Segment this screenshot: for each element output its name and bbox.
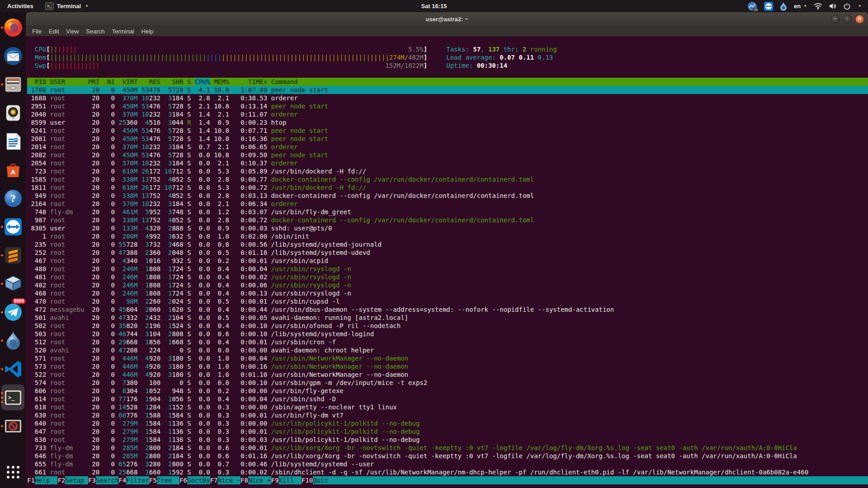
process-row[interactable]: 467 root 20 0 4340 1016 932 S 0.0 0.2 0:… <box>27 257 868 265</box>
process-row[interactable]: 235 root 20 0 55728 3732 3468 S 0.0 0.8 … <box>27 240 868 249</box>
process-row[interactable]: 571 root 20 0 446M 4920 3180 S 0.0 1.0 0… <box>27 354 868 362</box>
fkey-label-setup[interactable]: Setup <box>65 476 88 484</box>
process-row[interactable]: 2951 root 20 0 450M 53476 5728 S 2.1 10.… <box>27 102 868 110</box>
process-row[interactable]: 501 avahi 20 0 47332 2432 2104 S 0.0 0.5… <box>27 314 868 322</box>
fkey-label-tree[interactable]: Tree <box>157 476 180 484</box>
menu-item-help[interactable]: Help <box>138 28 157 35</box>
column-header-time[interactable]: TIME+ <box>233 78 267 85</box>
fkey-f2[interactable]: F2 <box>57 476 65 484</box>
process-row[interactable]: 573 root 20 0 446M 4920 3180 S 0.0 1.0 0… <box>27 362 868 371</box>
dock-item-vscode[interactable] <box>0 355 26 383</box>
power-icon[interactable] <box>844 3 850 9</box>
fkey-f6[interactable]: F6 <box>179 476 187 484</box>
process-row[interactable]: 646 fly-dm 20 0 285M 2800 2184 S 0.0 0.6… <box>27 452 868 460</box>
activities-button[interactable]: Activities <box>0 0 41 12</box>
load-monitor-icon[interactable]: .03 <box>747 1 757 11</box>
chevron-down-icon[interactable]: ▼ <box>858 4 862 8</box>
process-row[interactable]: 1688 root 20 0 370M 10232 3184 S 2.8 2.1… <box>27 94 868 102</box>
process-table-header[interactable]: PID USER PRI NI VIRT RES SHR S CPU% MEM%… <box>27 78 868 86</box>
column-header-shr[interactable]: SHR <box>165 78 184 85</box>
wifi-icon[interactable] <box>814 3 822 9</box>
menu-item-search[interactable]: Search <box>82 28 108 35</box>
teamviewer-icon[interactable] <box>764 2 773 11</box>
process-row[interactable]: 574 root 20 0 7380 100 0 S 0.0 0.0 0:00.… <box>27 379 868 387</box>
column-header-mem[interactable]: MEM% <box>214 78 229 85</box>
fkey-f10[interactable]: F10 <box>302 476 313 484</box>
column-header-res[interactable]: RES <box>142 78 160 85</box>
menu-item-edit[interactable]: Edit <box>45 28 62 35</box>
fkey-f9[interactable]: F9 <box>271 476 279 484</box>
dock-item-screen-blocker[interactable] <box>0 412 26 440</box>
dock-item-thunderbird[interactable] <box>0 42 26 70</box>
deluge-icon[interactable] <box>780 2 787 11</box>
dock-item-telegram[interactable]: 9999 <box>0 298 26 326</box>
dock-item-deluge[interactable] <box>0 326 26 355</box>
column-header-ni[interactable]: NI <box>104 78 115 85</box>
dock-item-sublime-text[interactable] <box>0 241 26 269</box>
process-row[interactable]: 640 root 20 0 279M 1584 1136 S 0.0 0.3 0… <box>27 419 868 427</box>
process-row[interactable]: 638 root 20 0 279M 1584 1136 S 0.0 0.3 0… <box>27 436 868 444</box>
process-row[interactable]: 6241 root 20 0 450M 53476 5728 S 1.4 10.… <box>27 127 868 135</box>
dock-item-libreoffice-writer[interactable] <box>0 127 26 155</box>
column-header-user[interactable]: USER <box>50 78 85 85</box>
fkey-label-nice[interactable]: Nice + <box>248 476 271 484</box>
dock-item-teamviewer[interactable] <box>0 212 26 241</box>
fkey-f8[interactable]: F8 <box>241 476 248 484</box>
fkey-f4[interactable]: F4 <box>118 476 126 484</box>
fkey-label-help[interactable]: Help <box>35 476 58 484</box>
process-row[interactable]: 748 fly-dm 20 0 461M 5952 3748 S 0.0 1.2… <box>27 208 868 216</box>
process-row[interactable]: 1700 root 20 0 450M 53476 5728 S 4.1 10.… <box>27 86 868 94</box>
fkey-f7[interactable]: F7 <box>210 476 218 484</box>
keyboard-layout-indicator[interactable]: en ▼ <box>794 3 807 9</box>
process-row[interactable]: 8305 user 20 0 133M 4320 2888 S 0.0 0.9 … <box>27 224 868 232</box>
dock-item-file-cabinet[interactable] <box>0 70 26 99</box>
fkey-label-nice[interactable]: Nice - <box>217 476 241 484</box>
htop-terminal-output[interactable]: CPU[||||||| 5.5%] Tasks: 57, 137 thr; 2 … <box>26 36 868 488</box>
process-row[interactable]: 733 fly-dm 20 0 285M 2800 2184 S 0.0 0.6… <box>27 444 868 452</box>
column-header-virt[interactable]: VIRT <box>118 78 137 85</box>
maximize-button[interactable]: ▫ <box>843 15 852 23</box>
fkey-label-sortby[interactable]: SortBy <box>187 476 210 484</box>
process-row[interactable]: 606 root 20 0 8304 1052 948 S 0.0 0.2 0:… <box>27 387 868 395</box>
dock-item-terminal[interactable]: >_ <box>0 383 26 412</box>
process-row[interactable]: 2014 root 20 0 370M 10232 3184 S 0.7 2.1… <box>27 143 868 151</box>
process-row[interactable]: 482 root 20 0 246M 1808 1724 S 0.0 0.4 0… <box>27 281 868 289</box>
menu-item-file[interactable]: File <box>28 28 45 35</box>
process-row[interactable]: 2082 root 20 0 450M 53476 5728 S 0.0 10.… <box>27 151 868 159</box>
dock-item-virtualbox[interactable] <box>0 269 26 298</box>
process-row[interactable]: 614 root 20 0 77176 1904 1056 S 0.0 0.4 … <box>27 395 868 403</box>
menu-item-view[interactable]: View <box>62 28 82 35</box>
process-row[interactable]: 661 root 20 0 25668 1660 1592 S 0.0 0.3 … <box>27 468 868 476</box>
dock-item-speaker-media[interactable] <box>0 99 26 127</box>
process-row[interactable]: 949 root 20 0 338M 13752 4052 S 0.0 2.8 … <box>27 192 868 200</box>
dock-item-help[interactable]: ? <box>0 184 26 212</box>
process-row[interactable]: 8599 user 20 0 25360 4516 3044 R 1.4 0.9… <box>27 118 868 127</box>
process-row[interactable]: 1585 root 20 0 338M 13752 4052 S 0.0 2.8… <box>27 175 868 183</box>
process-row[interactable]: 520 avahi 20 0 47208 224 0 S 0.0 0.0 0:0… <box>27 346 868 354</box>
dock-item-firefox[interactable] <box>0 13 26 42</box>
fkey-label-search[interactable]: Search <box>96 476 119 484</box>
fkey-f1[interactable]: F1 <box>27 476 35 484</box>
column-header-pri[interactable]: PRI <box>88 78 99 85</box>
process-row[interactable]: 470 root 20 0 98M 2260 2024 S 0.0 0.5 0:… <box>27 297 868 305</box>
process-row[interactable]: 480 root 20 0 246M 1808 1724 S 0.0 0.4 0… <box>27 265 868 273</box>
fkey-f5[interactable]: F5 <box>149 476 157 484</box>
process-row[interactable]: 1 root 20 0 200M 4992 3632 S 0.0 1.0 0:0… <box>27 232 868 240</box>
column-header-s[interactable]: S <box>187 78 191 85</box>
dock-item-ubuntu-software[interactable]: A <box>0 155 26 184</box>
process-row[interactable]: 2054 root 20 0 370M 10232 3184 S 0.0 2.1… <box>27 159 868 167</box>
process-row[interactable]: 987 root 20 0 338M 13752 4052 S 0.0 2.8 … <box>27 216 868 224</box>
process-row[interactable]: 468 root 20 0 246M 1808 1724 S 0.0 0.4 0… <box>27 289 868 297</box>
process-row[interactable]: 2040 root 20 0 370M 10232 3184 S 1.4 2.1… <box>27 110 868 118</box>
minimize-button[interactable]: – <box>831 15 840 23</box>
volume-icon[interactable] <box>829 3 837 9</box>
process-row[interactable]: 503 root 20 0 46744 3104 2808 S 0.0 0.6 … <box>27 330 868 338</box>
column-header-pid[interactable]: PID <box>27 78 46 85</box>
fkey-label-quit[interactable]: Quit <box>313 476 336 484</box>
process-row[interactable]: 522 root 20 0 446M 4920 3180 S 0.0 1.0 0… <box>27 371 868 379</box>
dock-item-show-apps[interactable] <box>0 458 26 486</box>
process-row[interactable]: 630 root 20 0 60776 1588 1584 S 0.0 0.3 … <box>27 411 868 419</box>
column-header-command[interactable]: Command <box>271 78 298 85</box>
process-row[interactable]: 512 root 20 0 29668 1856 1668 S 0.0 0.4 … <box>27 338 868 346</box>
window-titlebar[interactable]: user@astra2: ~ – ▫ ✕ <box>26 12 868 26</box>
